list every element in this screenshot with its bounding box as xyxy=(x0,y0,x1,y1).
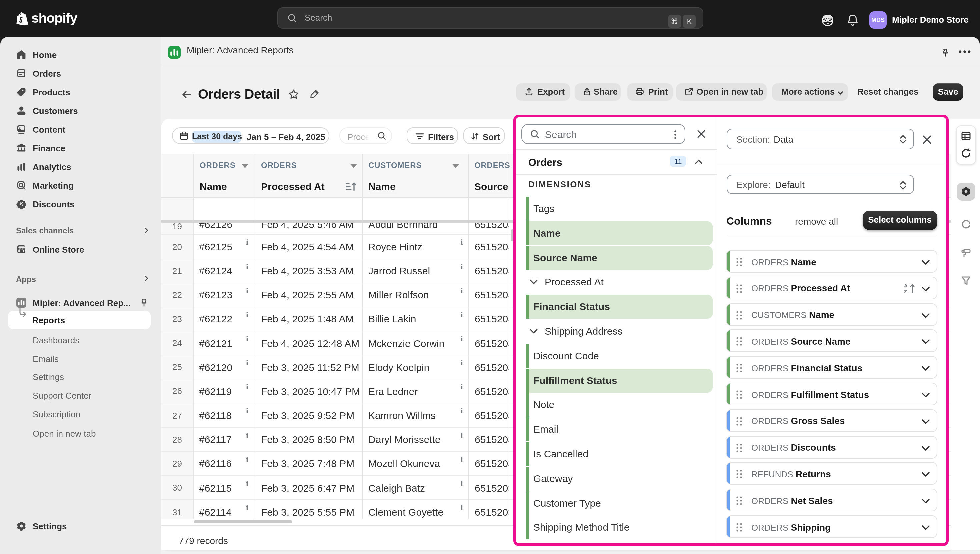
svg-text:A: A xyxy=(904,283,908,288)
svg-text:Z: Z xyxy=(904,289,907,295)
